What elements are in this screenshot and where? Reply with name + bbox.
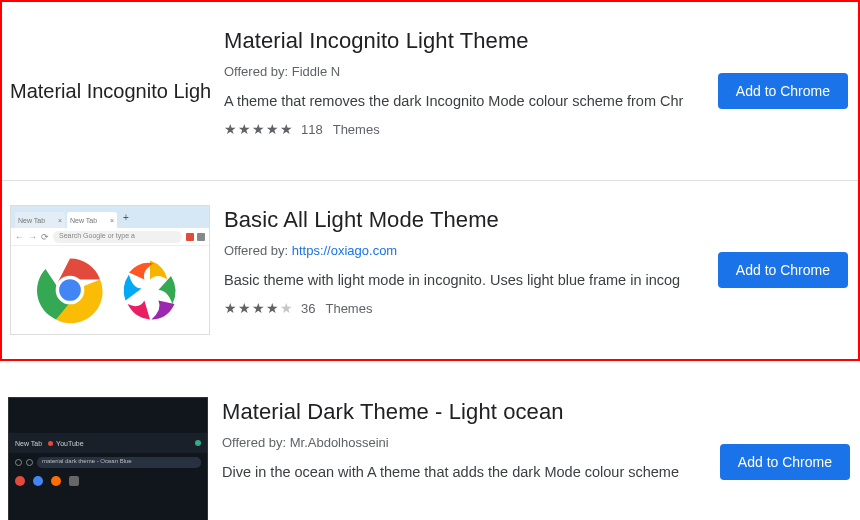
theme-row: New Tab YouTube material dark theme - Oc… — [0, 387, 860, 520]
category-label: Themes — [325, 301, 372, 316]
star-rating: ★ ★ ★ ★ ★ — [224, 121, 293, 137]
theme-thumbnail[interactable]: New Tab× New Tab× + ← → ⟳ Search Google … — [10, 205, 210, 335]
browser-tab: YouTube — [48, 440, 84, 447]
back-icon: ← — [15, 232, 24, 242]
extension-icon — [197, 233, 205, 241]
author-link[interactable]: https://oxiago.com — [292, 243, 398, 258]
youtube-icon — [48, 441, 53, 446]
add-to-chrome-button[interactable]: Add to Chrome — [720, 444, 850, 480]
theme-thumbnail[interactable]: Material Incognito Light — [10, 26, 210, 156]
rating-row: ★ ★ ★ ★ ★ 118 Themes — [224, 121, 706, 137]
star-icon: ★ — [238, 121, 251, 137]
new-tab-icon: + — [119, 212, 133, 228]
theme-description: A theme that removes the dark Incognito … — [224, 93, 706, 109]
offered-by: Offered by: Fiddle N — [224, 64, 706, 79]
bookmark-bar — [9, 471, 207, 491]
profile-icon — [195, 440, 201, 446]
offered-by: Offered by: Mr.Abdolhosseini — [222, 435, 708, 450]
browser-tabbar: New Tab× New Tab× + — [11, 206, 209, 228]
bookmark-icon — [69, 476, 79, 486]
chrome-logo-icon — [35, 255, 105, 325]
add-to-chrome-button[interactable]: Add to Chrome — [718, 252, 848, 288]
star-rating: ★ ★ ★ ★ ★ — [224, 300, 293, 316]
theme-row: New Tab× New Tab× + ← → ⟳ Search Google … — [2, 181, 858, 359]
bookmark-icon — [51, 476, 61, 486]
extension-icon — [186, 233, 194, 241]
omnibox: material dark theme - Ocean Blue — [37, 457, 201, 468]
theme-title[interactable]: Basic All Light Mode Theme — [224, 207, 706, 233]
star-icon: ★ — [280, 121, 293, 137]
theme-content: Material Dark Theme - Light ocean Offere… — [222, 397, 708, 492]
theme-content: Basic All Light Mode Theme Offered by: h… — [224, 205, 706, 316]
theme-title[interactable]: Material Incognito Light Theme — [224, 28, 706, 54]
back-icon — [15, 459, 22, 466]
forward-icon: → — [28, 232, 37, 242]
theme-description: Dive in the ocean with A theme that adds… — [222, 464, 708, 480]
rating-count: 36 — [301, 301, 315, 316]
author-name: Fiddle N — [292, 64, 340, 79]
browser-tabbar: New Tab YouTube — [9, 433, 207, 453]
color-swirl-icon — [115, 255, 185, 325]
star-icon: ★ — [238, 300, 251, 316]
offered-by: Offered by: https://oxiago.com — [224, 243, 706, 258]
browser-tab: New Tab — [15, 440, 42, 447]
spacer — [0, 361, 860, 387]
add-to-chrome-button[interactable]: Add to Chrome — [718, 73, 848, 109]
bookmark-icon — [33, 476, 43, 486]
star-icon: ★ — [266, 121, 279, 137]
rating-row: ★ ★ ★ ★ ★ 36 Themes — [224, 300, 706, 316]
category-label: Themes — [333, 122, 380, 137]
star-empty-icon: ★ — [280, 300, 293, 316]
reload-icon: ⟳ — [41, 232, 49, 242]
theme-thumbnail[interactable]: New Tab YouTube material dark theme - Oc… — [8, 397, 208, 520]
star-icon: ★ — [252, 300, 265, 316]
star-icon: ★ — [224, 300, 237, 316]
theme-content: Material Incognito Light Theme Offered b… — [224, 26, 706, 137]
browser-urlbar: material dark theme - Ocean Blue — [9, 453, 207, 471]
rating-count: 118 — [301, 122, 323, 137]
bookmark-icon — [15, 476, 25, 486]
highlighted-results: Material Incognito Light Material Incogn… — [0, 0, 860, 361]
browser-body — [11, 246, 209, 334]
theme-row: Material Incognito Light Material Incogn… — [2, 2, 858, 180]
browser-urlbar: ← → ⟳ Search Google or type a — [11, 228, 209, 246]
author-name: Mr.Abdolhosseini — [290, 435, 389, 450]
browser-tab: New Tab× — [67, 212, 117, 228]
theme-description: Basic theme with light mode in incognito… — [224, 272, 706, 288]
forward-icon — [26, 459, 33, 466]
omnibox: Search Google or type a — [53, 231, 182, 243]
browser-tab: New Tab× — [15, 212, 65, 228]
star-icon: ★ — [252, 121, 265, 137]
star-icon: ★ — [224, 121, 237, 137]
thumb-text: Material Incognito Light — [10, 80, 210, 103]
star-icon: ★ — [266, 300, 279, 316]
theme-title[interactable]: Material Dark Theme - Light ocean — [222, 399, 708, 425]
